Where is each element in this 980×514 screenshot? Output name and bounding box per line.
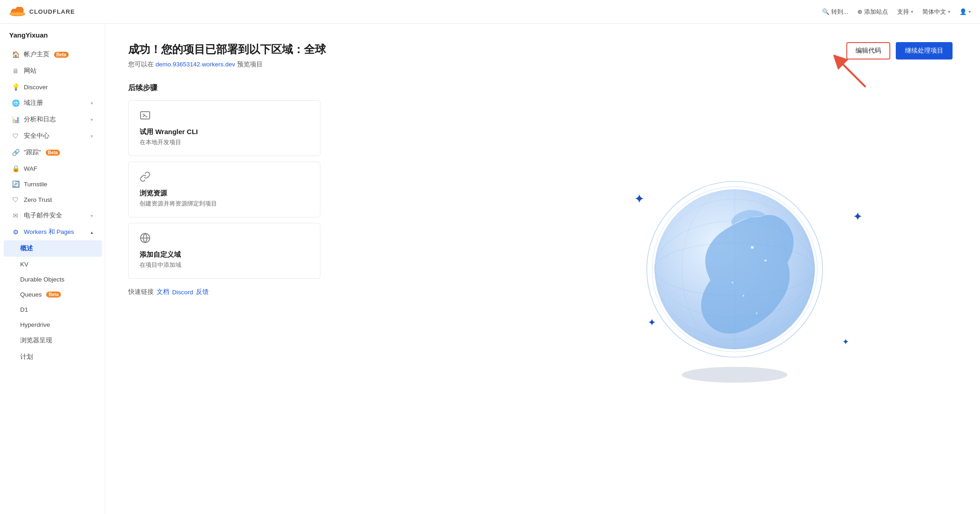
sidebar-subitem-d1[interactable]: D1 — [4, 302, 102, 317]
card-title: 添加自定义域 — [140, 250, 309, 259]
card-resources[interactable]: 浏览资源 创建资源并将资源绑定到项目 — [128, 162, 320, 217]
docs-link[interactable]: 文档 — [157, 288, 169, 296]
sidebar-subitem-kv[interactable]: KV — [4, 257, 102, 272]
beta-badge: Beta — [46, 292, 61, 298]
top-actions: 编辑代码 继续处理项目 — [846, 42, 953, 60]
svg-point-12 — [655, 189, 815, 349]
sparkle-icon: ✦ — [648, 317, 656, 329]
sidebar-subitem-durable[interactable]: Durable Objects — [4, 272, 102, 287]
subitem-label: Durable Objects — [20, 276, 65, 283]
brand-name: CLOUDFLARE — [29, 8, 75, 15]
chevron-down-icon: ▾ — [948, 9, 950, 14]
sidebar-item-turnstile[interactable]: 🔄 Turnstile — [3, 176, 102, 192]
subitem-label: 浏览器呈现 — [20, 336, 52, 345]
preview-link[interactable]: demo.93653142.workers.dev — [156, 61, 235, 68]
sidebar-item-label: 分析和日志 — [24, 115, 56, 124]
beta-badge: Beta — [46, 150, 60, 156]
sidebar-subitem-overview[interactable]: 概述 — [4, 240, 102, 257]
workers-subnav: 概述 KV Durable Objects Queues Beta D1 Hyp… — [0, 240, 105, 365]
logo[interactable]: CLOUDFLARE — [9, 7, 75, 17]
card-title: 试用 Wrangler CLI — [140, 128, 309, 136]
top-navigation: CLOUDFLARE 🔍 转到... ⊕ 添加站点 支持 ▾ 简体中文 ▾ 👤 … — [0, 0, 980, 24]
support-menu[interactable]: 支持 ▾ — [897, 8, 913, 16]
shield2-icon: 🛡 — [12, 196, 19, 203]
sidebar-item-label: WAF — [24, 165, 38, 172]
edit-code-button[interactable]: 编辑代码 — [846, 42, 890, 60]
sidebar-item-analytics[interactable]: 📊 分析和日志 ▾ — [3, 111, 102, 128]
subitem-label: 概述 — [20, 244, 33, 253]
globe-icon: 🌐 — [12, 99, 19, 107]
sidebar-item-label: 安全中心 — [24, 132, 49, 140]
card-desc: 在项目中添加域 — [140, 261, 309, 269]
sidebar-nav: 🏠 帐户主页 Beta 🖥 网站 💡 Discover 🌐 域注册 ▾ 📊 分析… — [0, 44, 105, 367]
subitem-label: Hyperdrive — [20, 321, 50, 328]
sidebar-item-domain[interactable]: 🌐 域注册 ▾ — [3, 95, 102, 111]
sidebar-subitem-hyperdrive[interactable]: Hyperdrive — [4, 317, 102, 332]
sidebar-item-workers[interactable]: ⚙ Workers 和 Pages ▴ — [3, 224, 102, 240]
chevron-right-icon: ▾ — [91, 213, 93, 218]
svg-point-15 — [655, 199, 815, 339]
card-title: 浏览资源 — [140, 189, 309, 198]
layout: YangYixuan 🏠 帐户主页 Beta 🖥 网站 💡 Discover 🌐… — [0, 24, 980, 514]
discord-link[interactable]: Discord — [172, 289, 193, 296]
svg-point-9 — [647, 181, 823, 357]
subitem-label: Queues — [20, 291, 42, 298]
chevron-right-icon: ▾ — [91, 117, 93, 122]
next-steps-title: 后续步骤 — [128, 83, 953, 93]
sidebar-item-label: 电子邮件安全 — [24, 211, 62, 220]
sidebar-subitem-queues[interactable]: Queues Beta — [4, 287, 102, 302]
sidebar-item-discover[interactable]: 💡 Discover — [3, 79, 102, 95]
sparkle-icon: ✦ — [634, 191, 644, 206]
subitem-label: D1 — [20, 306, 28, 313]
svg-point-17 — [682, 189, 787, 349]
sidebar-item-label: 帐户主页 — [24, 50, 49, 59]
mail-icon: ✉ — [12, 212, 19, 219]
subitem-label: 计划 — [20, 353, 33, 361]
sidebar: YangYixuan 🏠 帐户主页 Beta 🖥 网站 💡 Discover 🌐… — [0, 24, 105, 514]
chevron-right-icon: ▾ — [91, 101, 93, 106]
user-menu[interactable]: 👤 ▾ — [959, 8, 971, 15]
svg-point-3 — [10, 12, 26, 15]
sidebar-item-zerotrust[interactable]: 🛡 Zero Trust — [3, 192, 102, 207]
link2-icon — [140, 171, 309, 184]
search-goto[interactable]: 🔍 转到... — [822, 8, 848, 16]
sidebar-item-websites[interactable]: 🖥 网站 — [3, 63, 102, 79]
language-menu[interactable]: 简体中文 ▾ — [922, 8, 950, 16]
sidebar-item-label: Turnstile — [24, 181, 47, 188]
quick-links-label: 快速链接 — [128, 288, 154, 296]
sidebar-item-security[interactable]: 🛡 安全中心 ▾ — [3, 128, 102, 144]
sidebar-item-label: Discover — [24, 84, 48, 91]
feedback-link[interactable]: 反馈 — [196, 288, 209, 296]
plus-icon: ⊕ — [857, 8, 862, 15]
workers-icon: ⚙ — [12, 228, 19, 236]
link-icon: 🔗 — [12, 149, 19, 156]
bulb-icon: 💡 — [12, 83, 19, 91]
sidebar-subitem-billing[interactable]: 计划 — [4, 349, 102, 365]
svg-point-21 — [732, 281, 734, 283]
globe-wrap: ✦ ✦ ✦ ✦ — [625, 155, 854, 384]
globe2-icon — [140, 233, 309, 246]
sparkle-icon: ✦ — [842, 337, 849, 347]
quick-links: 快速链接 文档 Discord 反馈 — [128, 288, 953, 296]
sidebar-item-dashboard[interactable]: 🏠 帐户主页 Beta — [3, 46, 102, 63]
shield-icon: 🛡 — [12, 132, 19, 140]
add-site-button[interactable]: ⊕ 添加站点 — [857, 8, 888, 16]
chart-icon: 📊 — [12, 116, 19, 123]
sidebar-item-label: "跟踪" — [24, 148, 41, 157]
sidebar-item-label: Workers 和 Pages — [24, 228, 74, 236]
home-icon: 🏠 — [12, 51, 19, 58]
sidebar-item-email[interactable]: ✉ 电子邮件安全 ▾ — [3, 207, 102, 224]
success-title: 成功！您的项目已部署到以下区域：全球 — [128, 42, 953, 57]
globe-illustration: ✦ ✦ ✦ ✦ — [499, 24, 980, 514]
beta-badge: Beta — [54, 52, 69, 58]
sidebar-subitem-browser[interactable]: 浏览器呈现 — [4, 332, 102, 349]
card-wrangler[interactable]: 试用 Wrangler CLI 在本地开发项目 — [128, 100, 320, 156]
card-desc: 在本地开发项目 — [140, 138, 309, 146]
sidebar-item-waf[interactable]: 🔒 WAF — [3, 161, 102, 176]
svg-point-8 — [682, 367, 787, 383]
sidebar-item-trace[interactable]: 🔗 "跟踪" Beta — [3, 144, 102, 161]
card-domain[interactable]: 添加自定义域 在项目中添加域 — [128, 223, 320, 279]
continue-button[interactable]: 继续处理项目 — [896, 42, 953, 60]
main-content: 编辑代码 继续处理项目 成功！您的项目已部署到以下区域：全球 您可以在 demo… — [105, 24, 980, 514]
sidebar-item-label: Zero Trust — [24, 196, 52, 203]
